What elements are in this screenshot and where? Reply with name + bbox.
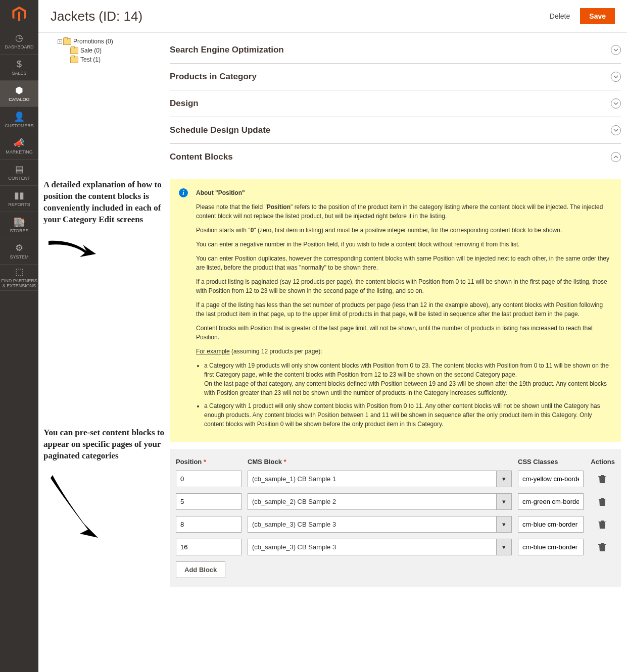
delete-row-button[interactable] <box>590 475 615 484</box>
chevron-up-icon <box>611 152 621 162</box>
tree-label: Promotions (0) <box>73 38 113 45</box>
css-input[interactable] <box>518 539 584 555</box>
position-input[interactable] <box>176 516 242 533</box>
info-parag
        raph: Position starts with "0" (zero, first it… <box>196 226 610 235</box>
delete-button[interactable]: Delete <box>550 12 570 20</box>
chevron-down-icon <box>611 98 621 109</box>
css-input[interactable] <box>518 516 584 533</box>
section-content-blocks[interactable]: Content Blocks <box>170 144 621 170</box>
col-cmsblock: CMS Block <box>248 458 512 466</box>
delete-row-button[interactable] <box>590 520 615 529</box>
info-list-item: a Category with 1 product will only show… <box>204 401 610 429</box>
add-block-button[interactable]: Add Block <box>176 561 225 578</box>
grid-row: (cb_sample_2) CB Sample 2 ▾ <box>176 493 615 510</box>
admin-sidebar: ◷DASHBOARD $SALES ⬢CATALOG 👤CUSTOMERS 📣M… <box>0 0 38 672</box>
info-list: a Category with 19 products will only sh… <box>204 361 610 429</box>
css-input[interactable] <box>518 471 584 487</box>
section-label: Products in Category <box>170 72 257 82</box>
info-example-head: For example (assuming 12 products per pa… <box>196 347 610 356</box>
select-value: (cb_sample_3) CB Sample 3 <box>248 516 497 533</box>
info-paragraph: Content blocks with Position that is gre… <box>196 324 610 342</box>
folder-icon <box>63 38 71 45</box>
cms-block-select[interactable]: (cb_sample_3) CB Sample 3 ▾ <box>248 539 512 555</box>
section-products[interactable]: Products in Category <box>170 64 621 90</box>
section-label: Design <box>170 98 199 109</box>
header-actions: Delete Save <box>550 8 615 24</box>
tree-label: Sale (0) <box>80 47 102 54</box>
save-button[interactable]: Save <box>580 8 615 24</box>
folder-icon <box>70 47 78 54</box>
page-title: Jackets (ID: 14) <box>51 9 142 24</box>
select-value: (cb_sample_3) CB Sample 3 <box>248 539 497 555</box>
nav-marketing[interactable]: 📣MARKETING <box>0 133 38 160</box>
main-content: Jackets (ID: 14) Delete Save + Promotion… <box>38 0 627 672</box>
annotation-2: You can pre-set content blocks to appear… <box>43 423 170 543</box>
annotation-text: You can pre-set content blocks to appear… <box>43 423 167 466</box>
cms-block-select[interactable]: (cb_sample_1) CB Sample 1 ▾ <box>248 471 512 487</box>
chevron-down-icon <box>611 72 621 82</box>
section-label: Schedule Design Update <box>170 125 270 135</box>
info-paragraph: If a product listing is paginated (say 1… <box>196 277 610 295</box>
select-value: (cb_sample_1) CB Sample 1 <box>248 471 497 487</box>
right-column: Search Engine Optimization Products in C… <box>170 33 627 599</box>
grid-row: (cb_sample_3) CB Sample 3 ▾ <box>176 539 615 555</box>
nav-customers[interactable]: 👤CUSTOMERS <box>0 107 38 133</box>
info-list-item: a Category with 19 products will only sh… <box>204 361 610 397</box>
section-design[interactable]: Design <box>170 90 621 117</box>
tree-label: Test (1) <box>80 56 101 63</box>
tree-item-test[interactable]: Test (1) <box>65 55 170 64</box>
nav-catalog[interactable]: ⬢CATALOG <box>0 81 38 107</box>
info-paragraph: If a page of the listing has less than t… <box>196 300 610 319</box>
grid-row: (cb_sample_3) CB Sample 3 ▾ <box>176 516 615 533</box>
grid-row: (cb_sample_1) CB Sample 1 ▾ <box>176 471 615 487</box>
cms-block-select[interactable]: (cb_sample_2) CB Sample 2 ▾ <box>248 493 512 510</box>
position-input[interactable] <box>176 493 242 510</box>
content-blocks-grid: Position CMS Block CSS Classes Actions (… <box>170 449 621 587</box>
nav-system[interactable]: ⚙SYSTEM <box>0 238 38 265</box>
left-column: + Promotions (0) Sale (0) Test (1) A det… <box>38 33 170 599</box>
tree-item-promotions[interactable]: + Promotions (0) <box>58 37 170 46</box>
chevron-down-icon[interactable]: ▾ <box>497 471 512 487</box>
position-input[interactable] <box>176 539 242 555</box>
info-paragraph: You can enter a negative number in the P… <box>196 240 610 249</box>
folder-icon <box>70 57 78 63</box>
grid-header: Position CMS Block CSS Classes Actions <box>176 455 615 471</box>
nav-sales[interactable]: $SALES <box>0 55 38 81</box>
cms-block-select[interactable]: (cb_sample_3) CB Sample 3 ▾ <box>248 516 512 533</box>
chevron-down-icon[interactable]: ▾ <box>497 516 512 533</box>
css-input[interactable] <box>518 493 584 510</box>
select-value: (cb_sample_2) CB Sample 2 <box>248 493 497 510</box>
expand-icon[interactable]: + <box>58 39 62 44</box>
nav-content[interactable]: ▤CONTENT <box>0 160 38 186</box>
info-paragraph: You can enter Position duplicates, howev… <box>196 254 610 272</box>
col-position: Position <box>176 458 242 466</box>
col-actions: Actions <box>590 458 615 466</box>
section-schedule-design[interactable]: Schedule Design Update <box>170 117 621 144</box>
info-icon: i <box>179 188 188 197</box>
position-input[interactable] <box>176 471 242 487</box>
nav-reports[interactable]: ▮▮REPORTS <box>0 186 38 212</box>
info-title: About "Position" <box>196 188 610 197</box>
col-css: CSS Classes <box>518 458 584 466</box>
section-label: Content Blocks <box>170 152 233 162</box>
nav-partners[interactable]: ⬚FIND PARTNERS & EXTENSIONS <box>0 265 38 291</box>
chevron-down-icon <box>611 125 621 135</box>
annotation-text: A detailed explanation of how to positio… <box>43 175 167 230</box>
section-seo[interactable]: Search Engine Optimization <box>170 37 621 64</box>
nav-dashboard[interactable]: ◷DASHBOARD <box>0 28 38 55</box>
info-box: i About "Position" Please note that the … <box>170 179 621 442</box>
chevron-down-icon[interactable]: ▾ <box>497 493 512 510</box>
info-paragraph: Please note that the field "Position" re… <box>196 202 610 221</box>
section-label: Search Engine Optimization <box>170 45 284 55</box>
arrow-icon <box>43 471 104 542</box>
nav-stores[interactable]: 🏬STORES <box>0 212 38 238</box>
tree-item-sale[interactable]: Sale (0) <box>65 46 170 55</box>
chevron-down-icon[interactable]: ▾ <box>497 539 512 555</box>
chevron-down-icon <box>611 45 621 55</box>
magento-logo[interactable] <box>0 0 38 28</box>
annotation-1: A detailed explanation of how to positio… <box>43 175 170 267</box>
page-header: Jackets (ID: 14) Delete Save <box>38 0 627 33</box>
delete-row-button[interactable] <box>590 497 615 506</box>
delete-row-button[interactable] <box>590 543 615 552</box>
arrow-icon <box>43 235 99 265</box>
